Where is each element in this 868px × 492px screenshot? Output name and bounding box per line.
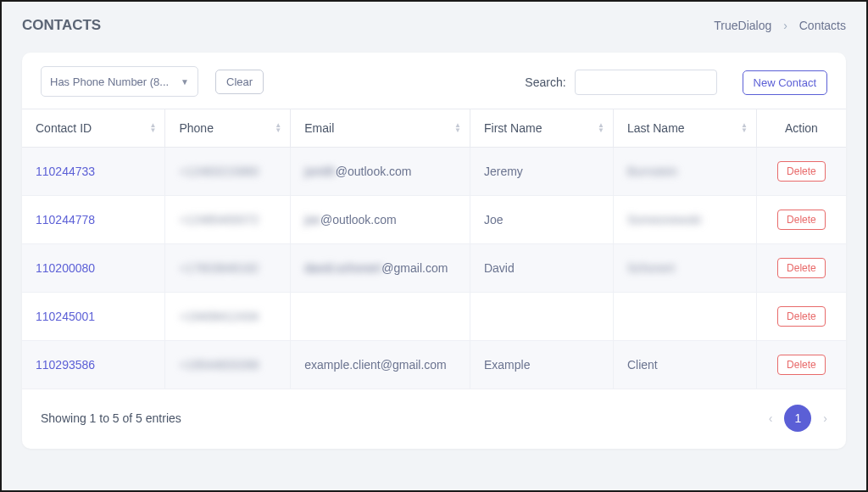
th-last-name[interactable]: Last Name ▲▼ [613, 109, 756, 148]
th-action: Action [756, 109, 846, 148]
cell-first-name: David [470, 244, 613, 293]
delete-button[interactable]: Delete [777, 306, 826, 327]
sort-icon: ▲▼ [454, 123, 461, 133]
search-input[interactable] [575, 70, 717, 95]
delete-button[interactable]: Delete [777, 355, 826, 375]
cell-phone: +12485400072 [165, 196, 291, 244]
contact-id-link[interactable]: 110200080 [36, 261, 95, 275]
contact-id-link[interactable]: 110245001 [36, 310, 95, 323]
table-row: 110244733+12483215860jsmith@outlook.comJ… [22, 148, 846, 196]
new-contact-button[interactable]: New Contact [743, 70, 827, 95]
breadcrumb: TrueDialog › Contacts [714, 19, 846, 32]
contacts-card: Search: New Contact Has Phone Number (8.… [22, 53, 846, 449]
contact-id-link[interactable]: 110244778 [36, 213, 95, 226]
pagination: ‹ 1 › [769, 405, 827, 432]
cell-first-name: Jeremy [470, 148, 613, 196]
contact-id-link[interactable]: 110293586 [36, 358, 95, 372]
cell-first-name [470, 293, 613, 341]
table-row: 110293586+19544833268example.client@gmai… [22, 341, 846, 389]
sort-icon: ▲▼ [741, 123, 748, 133]
th-phone[interactable]: Phone ▲▼ [165, 109, 291, 148]
contacts-table: Contact ID ▲▼ Phone ▲▼ Email ▲▼ First Na… [22, 109, 846, 389]
cell-email: jsmith@outlook.com [291, 148, 470, 196]
clear-button[interactable]: Clear [215, 70, 264, 94]
cell-first-name: Example [470, 341, 613, 389]
cell-phone: +12483215860 [165, 148, 291, 196]
pagination-prev[interactable]: ‹ [769, 411, 773, 425]
th-first-name[interactable]: First Name ▲▼ [470, 109, 613, 148]
cell-last-name [613, 293, 756, 341]
contact-id-link[interactable]: 110244733 [36, 165, 95, 178]
cell-last-name: Someonewski [613, 196, 756, 244]
cell-last-name: Client [613, 341, 756, 389]
sort-icon: ▲▼ [275, 123, 281, 133]
table-row: 110200080+17603848182david.schonert@gmai… [22, 244, 846, 293]
sort-icon: ▲▼ [598, 123, 604, 133]
pagination-page-1[interactable]: 1 [784, 405, 811, 432]
breadcrumb-root[interactable]: TrueDialog [714, 19, 771, 32]
table-row: 110245001+19408412434Delete [22, 293, 846, 341]
cell-last-name: Burnstein [613, 148, 756, 196]
sort-icon: ▲▼ [150, 123, 157, 133]
cell-email: example.client@gmail.com [291, 341, 470, 389]
th-contact-id[interactable]: Contact ID ▲▼ [22, 109, 165, 148]
delete-button[interactable]: Delete [777, 258, 826, 278]
cell-phone: +19408412434 [165, 293, 291, 341]
filter-dropdown-label: Has Phone Number (8... [50, 75, 169, 88]
cell-phone: +19544833268 [165, 341, 291, 389]
filter-dropdown[interactable]: Has Phone Number (8... ▼ [41, 66, 198, 97]
delete-button[interactable]: Delete [777, 161, 826, 182]
cell-email: david.schonert@gmail.com [291, 244, 470, 293]
page-title: CONTACTS [22, 17, 101, 34]
cell-last-name: Schonert [613, 244, 756, 293]
table-row: 110244778+12485400072joe@outlook.comJoeS… [22, 196, 846, 244]
cell-email: joe@outlook.com [291, 196, 470, 244]
th-email[interactable]: Email ▲▼ [291, 109, 470, 148]
chevron-right-icon: › [783, 19, 787, 32]
delete-button[interactable]: Delete [777, 210, 826, 230]
breadcrumb-current: Contacts [799, 19, 846, 32]
search-label: Search: [525, 75, 565, 89]
entries-info: Showing 1 to 5 of 5 entries [41, 411, 181, 425]
chevron-down-icon: ▼ [181, 77, 189, 87]
cell-first-name: Joe [470, 196, 613, 244]
cell-phone: +17603848182 [165, 244, 291, 293]
pagination-next[interactable]: › [823, 411, 827, 425]
cell-email [291, 293, 470, 341]
